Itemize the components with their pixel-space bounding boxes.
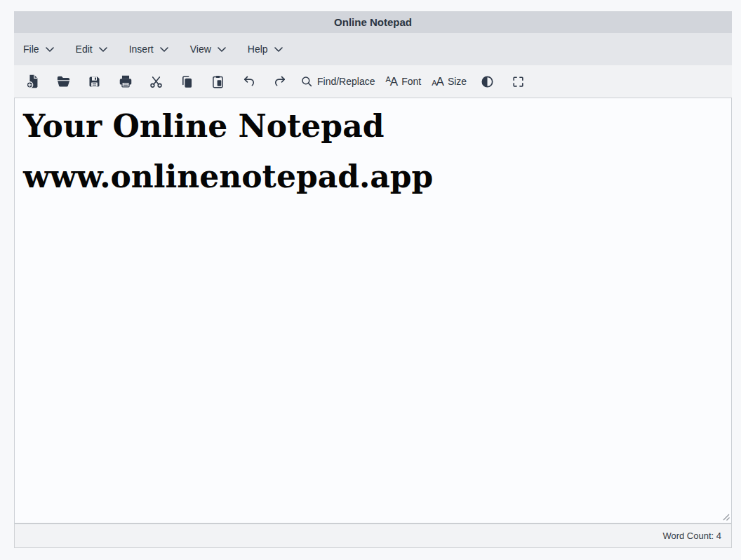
redo-button[interactable] bbox=[269, 70, 290, 93]
cut-button[interactable] bbox=[146, 70, 166, 93]
menu-bar: File Edit Insert View Help bbox=[14, 33, 732, 65]
font-label: Font bbox=[401, 76, 421, 87]
menu-help-label: Help bbox=[248, 44, 268, 55]
font-size-icon: AA bbox=[432, 76, 443, 88]
menu-edit[interactable]: Edit bbox=[76, 44, 107, 55]
menu-view[interactable]: View bbox=[190, 44, 226, 55]
font-button[interactable]: AA Font bbox=[386, 70, 422, 93]
scissors-icon bbox=[149, 74, 163, 89]
find-replace-button[interactable]: Find/Replace bbox=[300, 70, 375, 93]
fullscreen-button[interactable] bbox=[508, 70, 528, 93]
menu-insert-label: Insert bbox=[129, 44, 154, 55]
new-document-icon bbox=[25, 74, 41, 89]
menu-file-label: File bbox=[23, 44, 39, 55]
size-label: Size bbox=[448, 76, 467, 87]
contrast-toggle-button[interactable] bbox=[477, 70, 498, 93]
print-icon bbox=[118, 74, 133, 89]
chevron-down-icon bbox=[274, 47, 283, 52]
editor-area: Your Online Notepad www.onlinenotepad.ap… bbox=[14, 98, 732, 524]
paste-button[interactable] bbox=[208, 70, 228, 93]
title-bar: Online Notepad bbox=[14, 11, 732, 33]
fullscreen-icon bbox=[512, 75, 525, 88]
undo-button[interactable] bbox=[239, 70, 259, 93]
font-icon: AA bbox=[386, 76, 398, 88]
menu-edit-label: Edit bbox=[76, 44, 93, 55]
chevron-down-icon bbox=[218, 47, 226, 52]
status-bar: Word Count: 4 bbox=[14, 524, 732, 548]
chevron-down-icon bbox=[99, 47, 107, 52]
copy-button[interactable] bbox=[177, 70, 197, 93]
paste-icon bbox=[211, 74, 225, 89]
save-button[interactable] bbox=[84, 70, 105, 93]
menu-file[interactable]: File bbox=[23, 44, 54, 55]
menu-help[interactable]: Help bbox=[248, 44, 283, 55]
menu-view-label: View bbox=[190, 44, 211, 55]
app-window: Online Notepad File Edit Insert View Hel… bbox=[14, 11, 732, 548]
chevron-down-icon bbox=[46, 47, 54, 52]
find-replace-label: Find/Replace bbox=[317, 76, 375, 87]
toolbar: Find/Replace AA Font AA Size bbox=[14, 65, 732, 98]
app-title: Online Notepad bbox=[334, 16, 412, 28]
word-count: Word Count: 4 bbox=[662, 531, 721, 541]
copy-icon bbox=[180, 74, 194, 89]
redo-icon bbox=[273, 74, 287, 88]
save-icon bbox=[87, 74, 102, 89]
size-button[interactable]: AA Size bbox=[432, 70, 467, 93]
notepad-textarea[interactable]: Your Online Notepad www.onlinenotepad.ap… bbox=[14, 98, 732, 524]
menu-insert[interactable]: Insert bbox=[129, 44, 168, 55]
open-folder-icon bbox=[55, 74, 72, 90]
search-icon bbox=[300, 75, 313, 88]
print-button[interactable] bbox=[115, 70, 135, 93]
new-document-button[interactable] bbox=[22, 70, 43, 93]
open-file-button[interactable] bbox=[53, 70, 74, 93]
undo-icon bbox=[242, 74, 256, 88]
contrast-icon bbox=[480, 74, 495, 89]
chevron-down-icon bbox=[160, 47, 168, 52]
resize-grip[interactable] bbox=[721, 512, 730, 521]
